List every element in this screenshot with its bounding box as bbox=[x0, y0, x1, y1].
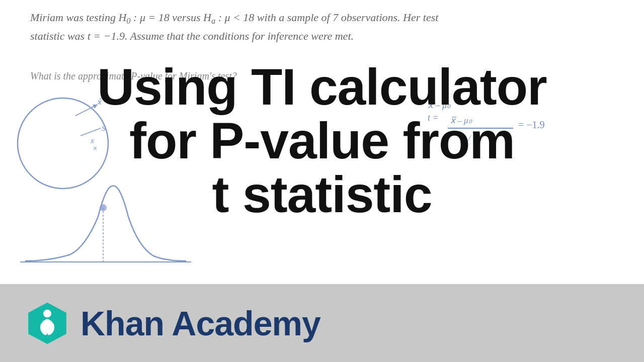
svg-point-17 bbox=[43, 309, 51, 317]
problem-line-2: statistic was t = −1.9. Assume that the … bbox=[30, 28, 614, 45]
khan-academy-name: Khan Academy bbox=[80, 304, 320, 343]
title-text: Using TI calculator for P-value from t s… bbox=[40, 60, 604, 222]
ka-hexagon-icon bbox=[25, 301, 69, 345]
branding-bar: Khan Academy bbox=[0, 284, 644, 362]
video-container: Miriam was testing H0 : μ = 18 versus Ha… bbox=[0, 0, 644, 362]
problem-line-1: Miriam was testing H0 : μ = 18 versus Ha… bbox=[30, 9, 614, 28]
khan-academy-logo: Khan Academy bbox=[25, 301, 320, 345]
problem-text: Miriam was testing H0 : μ = 18 versus Ha… bbox=[0, 0, 644, 45]
video-title: Using TI calculator for P-value from t s… bbox=[0, 60, 644, 222]
video-content: Miriam was testing H0 : μ = 18 versus Ha… bbox=[0, 0, 644, 284]
